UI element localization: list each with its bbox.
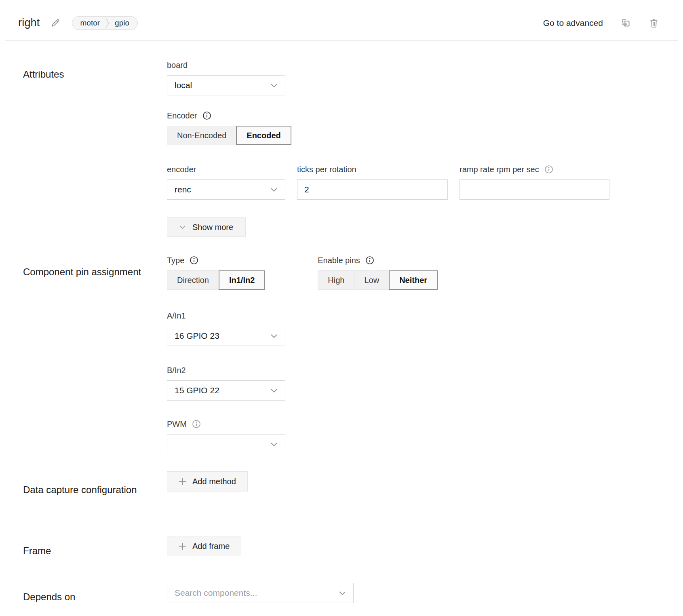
type-toggle: Direction In1/In2 [167, 270, 265, 290]
frame-section: Frame Add frame [23, 536, 678, 559]
enable-pins-neither[interactable]: Neither [389, 270, 438, 290]
enable-pins-high[interactable]: High [318, 270, 354, 290]
add-frame-label: Add frame [192, 542, 230, 551]
badge-tag-motor: motor [80, 19, 100, 27]
depends-on-section: Depends on Search components... [23, 583, 678, 605]
duplicate-icon[interactable] [620, 17, 632, 29]
type-label: Type [167, 255, 184, 266]
chevron-down-icon [270, 188, 278, 192]
trash-icon[interactable] [649, 18, 659, 28]
a-in1-select[interactable]: 16 GPIO 23 [167, 326, 285, 346]
badge-tag-gpio: gpio [115, 19, 129, 27]
pin-assignment-section: Component pin assignment Type Direction … [23, 255, 678, 454]
encoder-mode-label: Encoder [167, 110, 197, 121]
enable-pins-toggle: High Low Neither [318, 270, 438, 290]
pwm-label: PWM [167, 418, 187, 430]
show-more-label: Show more [192, 223, 233, 232]
type-direction[interactable]: Direction [167, 270, 219, 290]
badge-chevron-divider-icon [105, 17, 110, 29]
ramp-rate-info-icon[interactable] [544, 165, 553, 174]
depends-on-placeholder: Search components... [175, 588, 257, 598]
type-in1in2[interactable]: In1/In2 [219, 270, 265, 290]
encoder-select[interactable]: renc [167, 179, 285, 200]
ticks-per-rotation-input[interactable] [297, 179, 448, 200]
encoder-info-icon[interactable] [202, 111, 211, 120]
pwm-select[interactable] [167, 434, 285, 454]
show-more-button[interactable]: Show more [167, 217, 246, 237]
ramp-rate-label: ramp rate rpm per sec [460, 164, 539, 175]
ramp-rate-input[interactable] [460, 179, 609, 200]
add-method-button[interactable]: Add method [167, 471, 248, 492]
board-select[interactable]: local [167, 75, 285, 95]
attributes-section: Attributes board local Encoder Non-En [23, 59, 678, 237]
frame-section-label: Frame [23, 536, 167, 559]
plus-icon [179, 542, 186, 550]
chevron-down-icon [179, 225, 186, 229]
chevron-down-icon [270, 388, 278, 393]
data-capture-section-label: Data capture configuration [23, 471, 167, 498]
enable-pins-label: Enable pins [318, 255, 360, 266]
depends-on-section-label: Depends on [23, 583, 167, 605]
component-type-badge: motor gpio [72, 16, 138, 30]
data-capture-section: Data capture configuration Add method [23, 471, 678, 498]
component-header: right motor gpio Go to advanced [5, 5, 678, 41]
enable-pins-low[interactable]: Low [354, 270, 389, 290]
encoder-select-value: renc [175, 185, 191, 194]
type-info-icon[interactable] [190, 256, 198, 265]
b-in2-label: B/In2 [167, 365, 438, 376]
encoder-mode-non-encoded[interactable]: Non-Encoded [167, 126, 236, 145]
depends-on-select[interactable]: Search components... [167, 583, 354, 603]
component-title: right [18, 17, 40, 29]
add-method-label: Add method [192, 477, 236, 486]
pencil-icon[interactable] [51, 18, 61, 28]
chevron-down-icon [270, 334, 278, 338]
chevron-down-icon [270, 442, 278, 447]
pin-assignment-section-label: Component pin assignment [23, 255, 167, 454]
encoder-mode-encoded[interactable]: Encoded [236, 126, 291, 145]
encoder-mode-toggle: Non-Encoded Encoded [167, 126, 609, 145]
a-in1-select-value: 16 GPIO 23 [175, 331, 219, 341]
component-config-card: right motor gpio Go to advanced [5, 5, 678, 611]
add-frame-button[interactable]: Add frame [167, 536, 241, 556]
b-in2-select-value: 15 GPIO 22 [175, 386, 219, 395]
b-in2-select[interactable]: 15 GPIO 22 [167, 380, 285, 401]
chevron-down-icon [339, 591, 346, 595]
go-to-advanced-link[interactable]: Go to advanced [543, 18, 603, 28]
chevron-down-icon [270, 83, 278, 88]
board-label: board [167, 59, 609, 71]
ticks-per-rotation-label: ticks per rotation [297, 164, 448, 175]
board-select-value: local [175, 80, 192, 90]
encoder-select-label: encoder [167, 164, 285, 175]
plus-icon [179, 478, 186, 485]
enable-pins-info-icon[interactable] [365, 256, 374, 265]
attributes-section-label: Attributes [23, 59, 167, 237]
pwm-info-icon[interactable] [192, 420, 201, 428]
a-in1-label: A/In1 [167, 310, 438, 321]
